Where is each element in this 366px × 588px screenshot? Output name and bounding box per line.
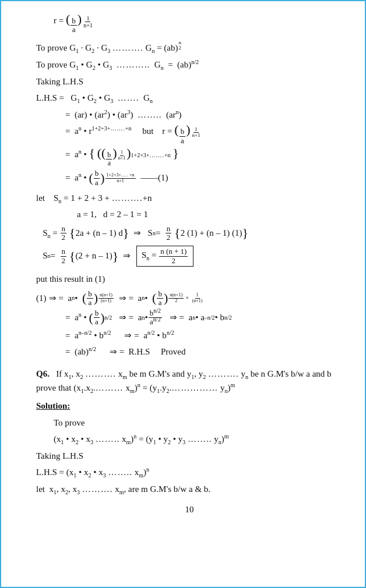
result4: = (ab)n/2 ⇒= R.H.S Proved	[65, 345, 343, 360]
result2: = an • ( b a ) n/2 ⇒= an • bn/2 an/2 ⇒= …	[65, 309, 343, 327]
sn-formula2: Sn = n 2 { (2 + n – 1) } ⇒ Sn = n (n + 1…	[36, 245, 343, 267]
to-prove2: To prove	[54, 416, 343, 431]
solution-label: Solution:	[36, 399, 343, 414]
taking-lhs2: Taking L.H.S	[36, 449, 343, 464]
a-d-line: a = 1, d = 2 – 1 = 1	[77, 207, 343, 222]
and-word: and	[312, 369, 325, 378]
content: r = ( b a ) 1 n+1 To prove G1 · G2 · G3 …	[36, 13, 343, 497]
to-prove-line: To prove G1 · G2 · G3 ………. Gn = (ab)n2	[36, 40, 343, 56]
taking-lhs: Taking L.H.S	[36, 75, 343, 90]
let2: let x1, x2, x3 ………. xm, are m G.M's b/w …	[36, 482, 343, 497]
to-prove-line2: To prove G1 • G2 • G3 ……….. Gn = (ab)n/2	[36, 58, 343, 73]
q6-text: If x1, x2 ………. xm be m G.M's and y1, y2 …	[36, 369, 332, 393]
lhs-eq4: = an • { ( ( b a ) 1 n+1 ) 1+2+3+…….+n }	[65, 147, 343, 167]
lhs-eq5: = an • ( b a ) 1+2+3+…. +n n+1 ——(1)	[65, 169, 343, 187]
lhs2-eq1: L.H.S = (x1 • x2 • x3 …….. xm)n	[36, 465, 343, 480]
sn-formula1: Sn = n 2 { 2a + (n – 1) d } ⇒ Sn = n 2 {…	[36, 225, 343, 242]
q6-label: Q6.	[36, 369, 54, 378]
result1: (1)⇒= an • ( b a ) n(n+1) (n+1) ⇒= an • …	[36, 290, 343, 307]
page-number: 10	[36, 505, 343, 515]
sn-boxed: Sn = n (n + 1) 2	[136, 246, 194, 267]
lhs-eq1: L.H.S = G1 • G2 • G3 ……. Gn	[36, 91, 343, 106]
result3: = an–n/2 • bn/2 ⇒= an/2 • bn/2	[65, 328, 343, 343]
q6-block: Q6. If x1, x2 ………. xm be m G.M's and y1,…	[36, 367, 343, 396]
page: Adamjee Coaching - blogspot.com r = ( b …	[0, 0, 366, 588]
lhs-eq2: = (ar) • (ar2) • (ar3) …….. (arn)	[65, 108, 343, 123]
prove-eq: (x1 • x2 • x3 …….. xm)n = (y1 • y2 • y3 …	[54, 432, 343, 447]
let-sn: let Sn = 1 + 2 + 3 + ……….+n	[36, 191, 343, 206]
r-formula-line: r = ( b a ) 1 n+1	[54, 13, 343, 34]
put-result: put this result in (1)	[36, 272, 343, 287]
lhs-eq3: = an • r1+2+3+…….+n but r = ( b a ) 1 n+…	[65, 124, 343, 145]
r-label: r =	[54, 13, 64, 29]
